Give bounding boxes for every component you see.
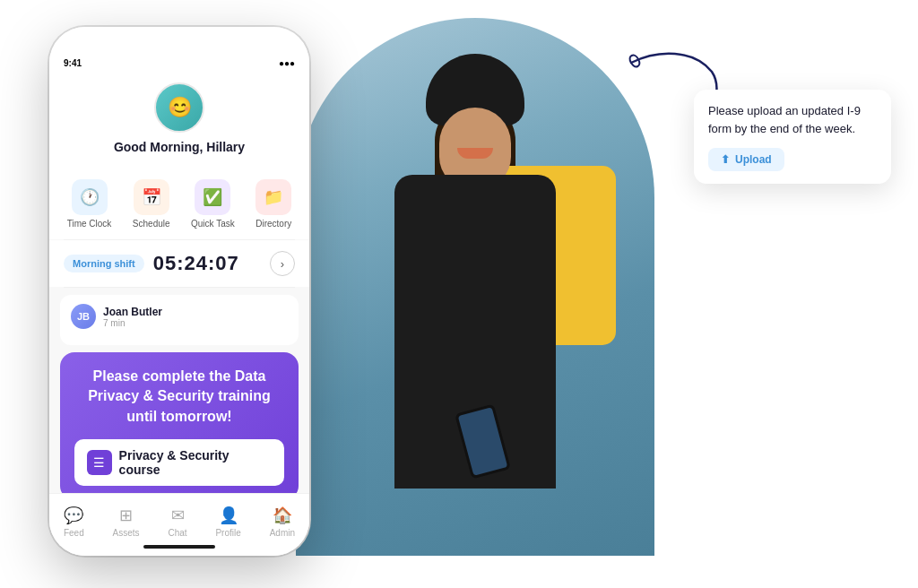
- admin-icon: 🏠: [273, 506, 292, 525]
- chat-icon: ✉: [171, 506, 185, 525]
- quick-action-quicktask[interactable]: ✅ Quick Task: [191, 179, 235, 229]
- time-arrow-button[interactable]: ›: [270, 251, 295, 276]
- home-indicator: [143, 545, 215, 549]
- nav-feed[interactable]: 💬 Feed: [64, 506, 84, 538]
- status-battery: ●●●: [279, 58, 295, 68]
- directory-label: Directory: [255, 219, 291, 229]
- quick-action-timeclock[interactable]: 🕐 Time Clock: [67, 179, 112, 229]
- time-section: Morning shift 05:24:07 ›: [49, 240, 309, 287]
- nav-admin[interactable]: 🏠 Admin: [270, 506, 295, 538]
- course-icon: ☰: [87, 450, 112, 475]
- notification-text: Please upload an updated I-9 form by the…: [708, 102, 877, 137]
- training-card: Please complete the Data Privacy & Secur…: [60, 352, 299, 500]
- assets-icon: ⊞: [119, 506, 133, 525]
- timeclock-label: Time Clock: [67, 219, 112, 229]
- sender-info: Joan Butler 7 min: [103, 306, 162, 328]
- quicktask-icon: ✅: [195, 179, 230, 215]
- phone-screen: 9:41 ●●● 😊 Good Morning, Hillary 🕐 Time …: [49, 54, 309, 556]
- assets-label: Assets: [113, 528, 140, 538]
- sender-name: Joan Butler: [103, 306, 162, 318]
- profile-section: 😊 Good Morning, Hillary: [49, 72, 309, 169]
- course-label: Privacy & Security course: [119, 448, 272, 477]
- chat-label: Chat: [168, 528, 186, 538]
- shift-time: 05:24:07: [153, 252, 261, 275]
- quick-action-schedule[interactable]: 📅 Schedule: [133, 179, 170, 229]
- timeclock-icon: 🕐: [72, 179, 108, 215]
- nav-profile[interactable]: 👤 Profile: [215, 506, 240, 538]
- nav-chat[interactable]: ✉ Chat: [168, 506, 186, 538]
- schedule-label: Schedule: [133, 219, 170, 229]
- status-time: 9:41: [64, 58, 82, 68]
- upload-label: Upload: [735, 153, 772, 166]
- greeting-text: Good Morning, Hillary: [64, 140, 295, 154]
- status-bar: 9:41 ●●●: [49, 54, 309, 72]
- course-button[interactable]: ☰ Privacy & Security course: [74, 439, 284, 486]
- schedule-icon: 📅: [134, 179, 169, 215]
- nav-assets[interactable]: ⊞ Assets: [113, 506, 140, 538]
- training-message: Please complete the Data Privacy & Secur…: [74, 367, 284, 427]
- sender-avatar: JB: [71, 304, 96, 329]
- message-time-ago: 7 min: [103, 318, 162, 328]
- message-card: JB Joan Butler 7 min: [60, 295, 299, 345]
- directory-icon: 📁: [255, 179, 291, 215]
- avatar: 😊: [154, 82, 204, 133]
- shift-badge: Morning shift: [64, 255, 144, 272]
- upload-icon: ⬆: [721, 153, 730, 166]
- quick-action-directory[interactable]: 📁 Directory: [255, 179, 291, 229]
- person-figure: [323, 36, 628, 556]
- phone-mockup: 9:41 ●●● 😊 Good Morning, Hillary 🕐 Time …: [49, 27, 309, 556]
- divider-2: [64, 287, 295, 288]
- feed-label: Feed: [64, 528, 84, 538]
- message-header: JB Joan Butler 7 min: [71, 304, 288, 329]
- upload-button[interactable]: ⬆ Upload: [708, 148, 784, 171]
- notification-card: Please upload an updated I-9 form by the…: [694, 90, 891, 184]
- profile-label: Profile: [215, 528, 240, 538]
- profile-icon: 👤: [219, 506, 238, 525]
- jacket: [394, 175, 556, 489]
- feed-icon: 💬: [64, 506, 83, 525]
- admin-label: Admin: [270, 528, 295, 538]
- quicktask-label: Quick Task: [191, 219, 235, 229]
- quick-actions: 🕐 Time Clock 📅 Schedule ✅ Quick Task 📁 D…: [49, 169, 309, 239]
- photo-arch: [296, 18, 654, 556]
- phone-in-hand: [455, 403, 511, 479]
